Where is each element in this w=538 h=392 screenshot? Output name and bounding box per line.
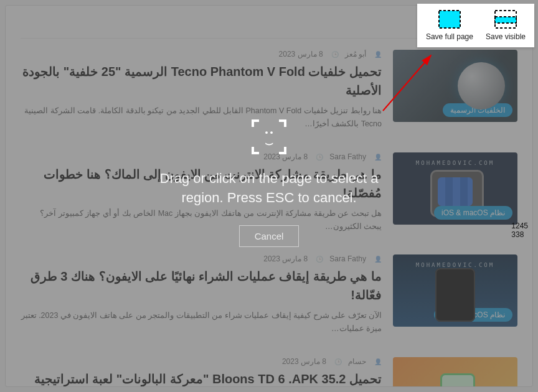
cursor-coordinates: 1245 338 <box>511 222 528 240</box>
screenshot-prompt: • •‿ Drag or click on the page to select… <box>144 119 394 247</box>
save-full-label: Save full page <box>426 32 473 41</box>
save-full-page-button[interactable]: Save full page <box>426 10 473 41</box>
cancel-button[interactable]: Cancel <box>239 225 300 247</box>
crosshair-icon: • •‿ <box>252 119 286 154</box>
save-visible-button[interactable]: Save visible <box>486 10 526 41</box>
svg-rect-0 <box>439 11 460 28</box>
page-full-icon <box>438 10 461 29</box>
svg-rect-2 <box>495 17 516 23</box>
coord-x: 1245 <box>511 222 528 230</box>
page-visible-icon <box>494 10 517 29</box>
save-visible-label: Save visible <box>486 32 526 41</box>
screenshot-instruction: Drag or click on the page to select a re… <box>144 169 394 208</box>
coord-y: 338 <box>511 230 524 239</box>
screenshot-save-panel: Save full page Save visible <box>417 4 534 47</box>
